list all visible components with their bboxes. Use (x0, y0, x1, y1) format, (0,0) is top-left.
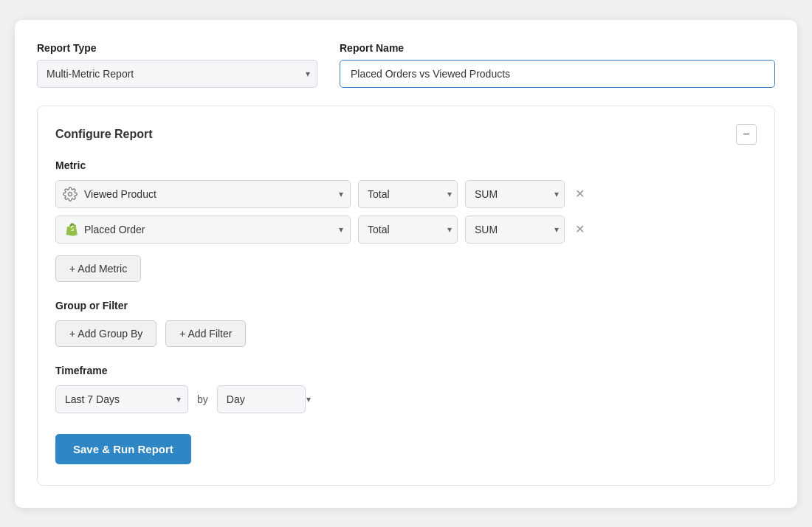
report-name-label: Report Name (340, 42, 775, 54)
timeframe-select[interactable]: Last 7 Days Last 30 Days Last 90 Days Th… (55, 385, 188, 413)
report-name-input[interactable] (340, 60, 775, 88)
metric-1-remove-button[interactable]: ✕ (572, 184, 588, 204)
metric-1-func-select[interactable]: SUM COUNT AVG (465, 180, 565, 208)
main-card: Report Type Multi-Metric Report Single M… (15, 20, 797, 508)
save-run-button[interactable]: Save & Run Report (55, 434, 191, 464)
metric-row-1: Viewed Product Placed Order Added to Car… (55, 180, 757, 208)
group-filter-row: + Add Group By + Add Filter (55, 320, 757, 347)
report-type-group: Report Type Multi-Metric Report Single M… (37, 42, 317, 88)
by-label: by (197, 393, 208, 405)
metric-1-func-wrapper: SUM COUNT AVG ▾ (465, 180, 565, 208)
collapse-button[interactable]: − (736, 124, 757, 145)
timeframe-row: Last 7 Days Last 30 Days Last 90 Days Th… (55, 385, 757, 413)
metric-2-select[interactable]: Placed Order Viewed Product Added to Car… (55, 216, 351, 244)
metric-2-remove-button[interactable]: ✕ (572, 219, 588, 239)
metric-2-func-select[interactable]: SUM COUNT AVG (465, 216, 565, 244)
add-filter-button[interactable]: + Add Filter (165, 320, 246, 347)
granularity-chevron-icon: ▾ (306, 394, 311, 404)
collapse-icon: − (743, 128, 749, 141)
metric-2-agg-type-select[interactable]: Total Unique Average (358, 216, 458, 244)
configure-title: Configure Report (55, 128, 153, 141)
group-filter-label: Group or Filter (55, 300, 757, 311)
granularity-select-wrapper: Day Week Month ▾ (217, 385, 317, 413)
metric-1-select[interactable]: Viewed Product Placed Order Added to Car… (55, 180, 351, 208)
granularity-select[interactable]: Day Week Month (217, 385, 306, 413)
metric-1-select-wrapper: Viewed Product Placed Order Added to Car… (55, 180, 351, 208)
timeframe-label: Timeframe (55, 365, 757, 376)
report-type-select-wrapper: Multi-Metric Report Single Metric Report… (37, 60, 317, 88)
close-icon: ✕ (575, 222, 585, 236)
metric-2-func-wrapper: SUM COUNT AVG ▾ (465, 216, 565, 244)
timeframe-select-wrapper: Last 7 Days Last 30 Days Last 90 Days Th… (55, 385, 188, 413)
report-type-select[interactable]: Multi-Metric Report Single Metric Report… (37, 60, 317, 88)
metric-2-select-wrapper: Placed Order Viewed Product Added to Car… (55, 216, 351, 244)
metric-section-label: Metric (55, 159, 757, 171)
metric-2-agg-type-wrapper: Total Unique Average ▾ (358, 216, 458, 244)
close-icon: ✕ (575, 187, 585, 201)
report-name-group: Report Name (340, 42, 775, 88)
top-row: Report Type Multi-Metric Report Single M… (37, 42, 775, 88)
report-type-label: Report Type (37, 42, 317, 54)
metric-1-agg-type-wrapper: Total Unique Average ▾ (358, 180, 458, 208)
add-group-by-button[interactable]: + Add Group By (55, 320, 156, 347)
metric-1-agg-type-select[interactable]: Total Unique Average (358, 180, 458, 208)
configure-header: Configure Report − (55, 124, 757, 145)
add-metric-button[interactable]: + Add Metric (55, 255, 141, 282)
metric-row-2: Placed Order Viewed Product Added to Car… (55, 216, 757, 244)
configure-section: Configure Report − Metric Viewed Product… (37, 106, 775, 486)
